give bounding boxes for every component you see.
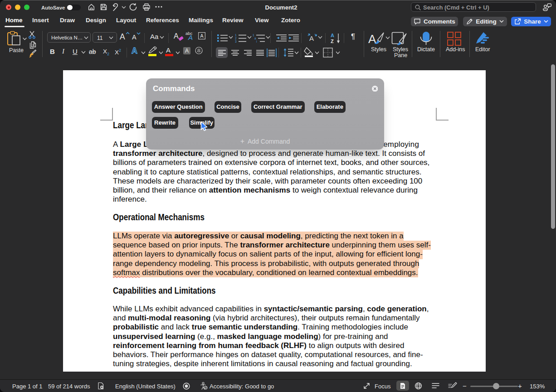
svg-text:1: 1 [235, 34, 237, 37]
svg-text:A: A [200, 33, 203, 39]
svg-text:A: A [309, 34, 314, 42]
svg-text:i: i [256, 40, 257, 43]
svg-text:a: a [254, 37, 256, 40]
svg-text:A: A [331, 33, 334, 38]
svg-text:1: 1 [253, 34, 254, 37]
svg-text:3: 3 [235, 40, 237, 43]
svg-text:2: 2 [235, 37, 237, 40]
svg-text:Z: Z [331, 39, 334, 44]
